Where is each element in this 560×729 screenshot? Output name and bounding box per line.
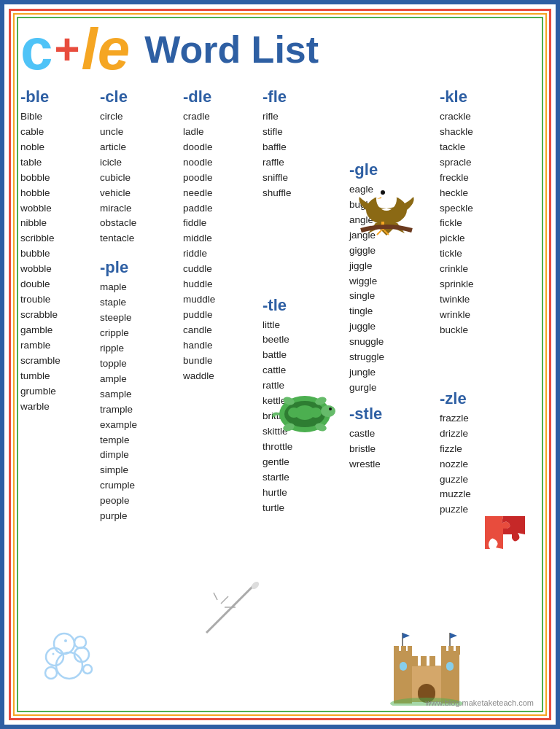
- svg-rect-25: [394, 646, 399, 655]
- content-area: c + le Word List: [20, 20, 540, 709]
- svg-point-45: [54, 634, 74, 654]
- svg-rect-30: [456, 646, 460, 655]
- svg-marker-40: [450, 633, 457, 639]
- svg-line-19: [221, 596, 228, 604]
- words-kle: crackle shackle tackle spracle freckle h…: [440, 109, 527, 338]
- col-ble: -ble Bible cable noble table bobble hobb…: [20, 86, 97, 524]
- eagle-image: [354, 181, 419, 235]
- svg-line-17: [206, 585, 254, 633]
- svg-point-42: [56, 652, 82, 679]
- svg-rect-28: [441, 646, 446, 655]
- svg-point-11: [321, 405, 335, 417]
- header-ble: -ble: [20, 87, 97, 106]
- svg-line-20: [214, 593, 217, 600]
- logo-c: c: [20, 20, 53, 79]
- svg-point-49: [64, 639, 67, 642]
- turtle-image: [268, 385, 341, 440]
- svg-rect-26: [401, 646, 406, 655]
- col-gle-stle: -gle eagle bugle angle jangle giggle jig…: [349, 86, 437, 524]
- svg-rect-36: [446, 662, 454, 671]
- bubbles-image: [36, 622, 102, 680]
- castle-image: [386, 625, 467, 706]
- col-dle: -dle cradle ladle doodle noodle poodle n…: [183, 86, 260, 524]
- svg-point-3: [381, 190, 385, 195]
- svg-rect-29: [448, 646, 454, 655]
- puzzle-image: [481, 512, 532, 560]
- col-cle-ple: -cle circle uncle article icicle cubicle…: [100, 86, 180, 524]
- logo-plus: +: [55, 28, 80, 71]
- svg-point-48: [83, 665, 92, 674]
- word-columns-row: -ble Bible cable noble table bobble hobb…: [20, 86, 540, 524]
- header-kle: -kle: [440, 87, 527, 106]
- svg-rect-31: [412, 656, 418, 666]
- svg-point-50: [52, 653, 55, 655]
- svg-rect-35: [400, 662, 407, 671]
- footer-url: www.blog.maketaketeach.com: [425, 698, 534, 707]
- main-layout: -ble Bible cable noble table bobble hobb…: [20, 86, 540, 709]
- svg-rect-27: [408, 646, 412, 655]
- words-ple: maple staple steeple cripple ripple topp…: [100, 280, 180, 524]
- svg-rect-33: [429, 656, 435, 666]
- header-cle: -cle: [100, 87, 180, 106]
- words-dle: cradle ladle doodle noodle poodle needle…: [183, 109, 260, 384]
- words-stle: castle bristle wrestle: [349, 426, 437, 472]
- page-container: c + le Word List: [0, 0, 560, 729]
- svg-point-46: [74, 636, 86, 648]
- svg-rect-32: [421, 656, 427, 666]
- svg-point-12: [329, 408, 332, 410]
- svg-point-18: [250, 582, 260, 590]
- words-zle: frazzle drizzle fizzle nozzle guzzle muz…: [440, 411, 527, 518]
- svg-point-47: [45, 667, 57, 679]
- header: c + le Word List: [20, 20, 540, 79]
- words-cle: circle uncle article icicle cubicle vehi…: [100, 109, 180, 246]
- col-kle-zle: -kle crackle shackle tackle spracle frec…: [440, 86, 527, 524]
- header-tle: -tle: [262, 296, 346, 315]
- header-fle: -fle: [262, 87, 346, 106]
- header-zle: -zle: [440, 389, 527, 408]
- svg-rect-24: [441, 651, 459, 703]
- svg-point-9: [288, 408, 300, 418]
- svg-rect-23: [394, 651, 412, 703]
- words-fle: rifle stifle baffle raffle sniffle shuff…: [262, 109, 346, 201]
- svg-point-43: [46, 648, 63, 666]
- logo-le: le: [82, 20, 131, 79]
- svg-point-10: [310, 408, 322, 418]
- header-dle: -dle: [183, 87, 260, 106]
- svg-point-2: [379, 188, 394, 203]
- header-gle: -gle: [349, 160, 437, 179]
- needle-image: [195, 582, 268, 640]
- col-fle-tle: -fle rifle stifle baffle raffle sniffle …: [262, 86, 346, 524]
- svg-marker-38: [402, 633, 410, 639]
- header-ple: -ple: [100, 258, 180, 277]
- header-stle: -stle: [349, 405, 437, 424]
- words-ble: Bible cable noble table bobble hobble wo…: [20, 109, 97, 414]
- page-title: Word List: [144, 28, 319, 71]
